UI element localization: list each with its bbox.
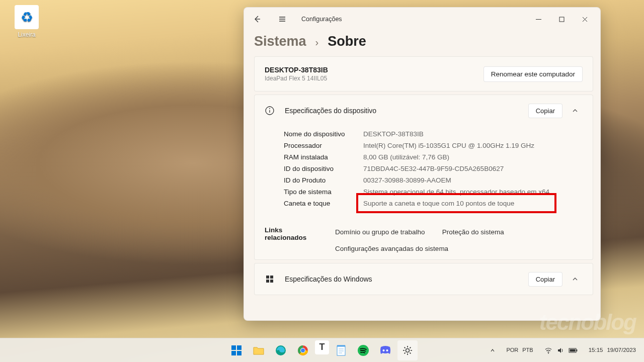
svg-point-16 — [301, 348, 305, 352]
svg-point-20 — [386, 349, 388, 351]
svg-point-21 — [406, 348, 410, 352]
chrome-icon[interactable] — [293, 340, 313, 360]
svg-rect-4 — [270, 276, 273, 279]
svg-rect-25 — [570, 349, 575, 351]
window-title: Configurações — [301, 16, 342, 23]
wifi-icon — [544, 346, 552, 354]
svg-rect-10 — [237, 351, 242, 355]
svg-rect-7 — [231, 345, 236, 350]
content-area: DESKTOP-38T83IB IdeaPad Flex 5 14IIL05 R… — [244, 56, 600, 320]
device-specs-card: Especificações do dispositivo Copiar Nom… — [254, 95, 593, 260]
spec-row: Tipo de sistemaSistema operacional de 64… — [284, 186, 583, 198]
volume-icon — [556, 346, 565, 354]
maximize-button[interactable] — [550, 11, 573, 28]
taskbar: T PORPTB 15:1519/07/2023 — [0, 338, 644, 362]
svg-rect-6 — [270, 280, 273, 283]
device-header-card: DESKTOP-38T83IB IdeaPad Flex 5 14IIL05 R… — [254, 56, 593, 92]
edge-icon[interactable] — [271, 340, 291, 360]
device-specs-table: Nome do dispositivoDESKTOP-38T83IB Proce… — [255, 126, 593, 219]
device-specs-title: Especificações do dispositivo — [285, 107, 376, 115]
svg-rect-24 — [576, 349, 577, 351]
discord-icon[interactable] — [375, 340, 395, 360]
info-icon — [265, 106, 275, 116]
copy-device-specs-button[interactable]: Copiar — [528, 104, 562, 118]
svg-point-22 — [548, 352, 549, 353]
copy-windows-specs-button[interactable]: Copiar — [528, 272, 562, 287]
file-explorer-icon[interactable] — [249, 340, 269, 360]
related-links-label: Links relacionados — [265, 226, 325, 241]
tray-icons[interactable] — [541, 344, 581, 356]
spec-row: ID do Produto00327-30988-30899-AAOEM — [284, 174, 583, 186]
spec-row: ProcessadorIntel(R) Core(TM) i5-1035G1 C… — [284, 140, 583, 151]
svg-rect-3 — [266, 276, 269, 279]
related-links-row: Links relacionados Domínio ou grupo de t… — [255, 219, 593, 259]
back-button[interactable] — [248, 10, 266, 28]
titlebar: Configurações — [244, 8, 600, 31]
link-domain-workgroup[interactable]: Domínio ou grupo de trabalho — [335, 226, 425, 238]
settings-app-icon[interactable] — [397, 340, 418, 360]
svg-rect-9 — [231, 351, 236, 355]
recycle-bin-icon[interactable]: ♻ Lixeira — [9, 5, 44, 38]
hamburger-button[interactable] — [273, 10, 291, 28]
spotify-icon[interactable] — [353, 340, 373, 360]
spec-row: Nome do dispositivoDESKTOP-38T83IB — [284, 128, 583, 140]
spec-row: ID do dispositivo71DBDA4C-5E32-447B-9F59… — [284, 163, 583, 174]
start-button[interactable] — [226, 340, 247, 360]
collapse-device-specs-button[interactable] — [568, 103, 583, 118]
close-button[interactable] — [573, 11, 596, 28]
settings-window: Configurações Sistema › Sobre DESKTOP-38… — [244, 7, 601, 321]
app-t-icon[interactable]: T — [315, 340, 329, 354]
spec-row: Caneta e toqueSuporte a caneta e toque c… — [284, 198, 583, 209]
windows-specs-card: Especificações do Windows Copiar — [254, 263, 593, 295]
tray-overflow-button[interactable] — [487, 346, 498, 355]
collapse-windows-specs-button[interactable] — [568, 272, 583, 287]
windows-icon — [265, 274, 275, 284]
device-model: IdeaPad Flex 5 14IIL05 — [265, 75, 328, 82]
svg-rect-5 — [266, 280, 269, 283]
svg-rect-0 — [559, 17, 564, 22]
svg-point-19 — [383, 349, 385, 351]
recycle-icon: ♻ — [21, 9, 33, 26]
svg-rect-8 — [237, 345, 242, 350]
clock[interactable]: 15:1519/07/2023 — [586, 344, 639, 356]
notepad-icon[interactable] — [331, 340, 351, 360]
recycle-bin-label: Lixeira — [9, 31, 44, 38]
breadcrumb-parent[interactable]: Sistema — [254, 34, 306, 49]
language-indicator[interactable]: PORPTB — [503, 345, 536, 355]
svg-point-2 — [269, 108, 270, 109]
chevron-right-icon: › — [315, 37, 319, 48]
windows-specs-title: Especificações do Windows — [285, 275, 372, 283]
breadcrumb-current: Sobre — [328, 34, 366, 49]
link-system-protection[interactable]: Proteção do sistema — [442, 226, 504, 238]
breadcrumb: Sistema › Sobre — [244, 31, 600, 56]
spec-row: RAM instalada8,00 GB (utilizável: 7,76 G… — [284, 151, 583, 163]
minimize-button[interactable] — [527, 11, 550, 28]
battery-icon — [569, 347, 578, 353]
device-name: DESKTOP-38T83IB — [265, 66, 328, 74]
link-advanced-system[interactable]: Configurações avançadas do sistema — [335, 243, 448, 254]
rename-pc-button[interactable]: Renomear este computador — [484, 66, 583, 82]
